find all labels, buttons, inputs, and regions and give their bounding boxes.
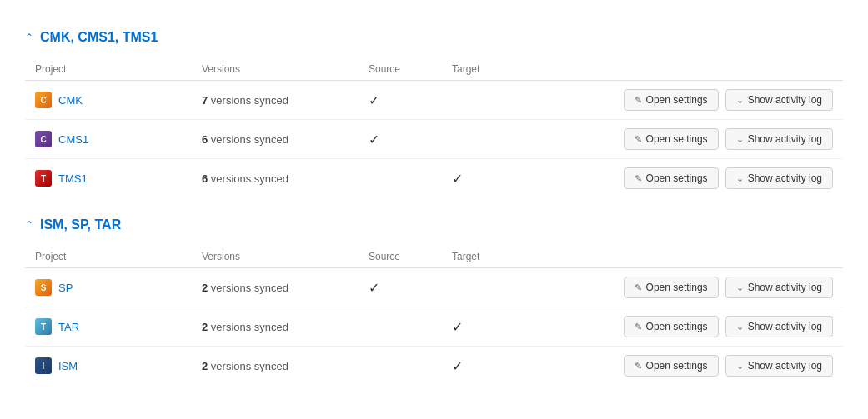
project-name-tms1[interactable]: TMS1: [58, 172, 88, 185]
actions-cell-sp: ✎Open settings⌄Show activity log: [535, 277, 833, 298]
versions-cell-tar: 2 versions synced: [202, 321, 369, 333]
project-cell-tar[interactable]: TTAR: [35, 318, 202, 335]
project-icon-sp: S: [35, 279, 52, 296]
table-group1: Project Versions Source Target CCMK7 ver…: [25, 58, 843, 197]
show-activity-log-button-sp[interactable]: ⌄Show activity log: [725, 277, 833, 298]
edit-icon: ✎: [635, 95, 642, 106]
table-row-tar: TTAR2 versions synced✓✎Open settings⌄Sho…: [25, 307, 843, 347]
edit-icon: ✎: [635, 173, 642, 184]
table-row-cmk: CCMK7 versions synced✓✎Open settings⌄Sho…: [25, 81, 843, 120]
actions-cell-cmk: ✎Open settings⌄Show activity log: [535, 89, 833, 111]
edit-icon: ✎: [635, 134, 642, 145]
show-activity-log-label: Show activity log: [748, 172, 822, 184]
show-activity-log-label: Show activity log: [748, 360, 822, 372]
show-activity-log-button-ism[interactable]: ⌄Show activity log: [725, 355, 833, 377]
versions-cell-cmk: 7 versions synced: [202, 94, 369, 107]
project-cell-ism[interactable]: IISM: [35, 357, 202, 374]
open-settings-label: Open settings: [646, 172, 708, 184]
target-cell-ism: ✓: [452, 358, 535, 374]
project-icon-tms1: T: [35, 170, 52, 187]
col-project: Project: [35, 63, 202, 75]
chevron-down-icon: ⌄: [736, 322, 744, 332]
project-name-cms1[interactable]: CMS1: [58, 133, 88, 146]
project-icon-ism: I: [35, 357, 52, 374]
project-cell-cmk[interactable]: CCMK: [35, 92, 202, 108]
open-settings-button-tms1[interactable]: ✎Open settings: [624, 167, 719, 189]
project-icon-cmk: C: [35, 92, 52, 108]
project-icon-tar: T: [35, 318, 52, 335]
open-settings-label: Open settings: [646, 321, 708, 332]
project-cell-sp[interactable]: SSP: [35, 279, 202, 296]
col-source: Source: [369, 63, 452, 75]
col-project: Project: [35, 251, 202, 262]
col-actions: [535, 63, 833, 75]
edit-icon: ✎: [635, 361, 642, 372]
col-versions: Versions: [202, 251, 369, 262]
group-header-group1[interactable]: ⌃ CMK, CMS1, TMS1: [25, 30, 843, 45]
group-title-group1: CMK, CMS1, TMS1: [40, 30, 158, 45]
group-header-group2[interactable]: ⌃ ISM, SP, TAR: [25, 217, 843, 232]
open-settings-label: Open settings: [646, 282, 708, 293]
actions-cell-ism: ✎Open settings⌄Show activity log: [535, 355, 833, 377]
open-settings-button-sp[interactable]: ✎Open settings: [624, 277, 719, 298]
col-target: Target: [452, 63, 535, 75]
table-group2: Project Versions Source Target SSP2 vers…: [25, 246, 843, 385]
actions-cell-tar: ✎Open settings⌄Show activity log: [535, 316, 833, 337]
chevron-down-icon: ⌄: [736, 282, 744, 293]
show-activity-log-label: Show activity log: [748, 321, 822, 332]
table-row-ism: IISM2 versions synced✓✎Open settings⌄Sho…: [25, 347, 843, 385]
group-title-group2: ISM, SP, TAR: [40, 217, 121, 232]
actions-cell-cms1: ✎Open settings⌄Show activity log: [535, 128, 833, 150]
show-activity-log-button-tms1[interactable]: ⌄Show activity log: [725, 167, 833, 189]
show-activity-log-label: Show activity log: [748, 282, 822, 293]
project-name-tar[interactable]: TAR: [58, 321, 79, 333]
source-cell-cms1: ✓: [369, 132, 452, 147]
table-header-group1: Project Versions Source Target: [25, 58, 843, 81]
col-versions: Versions: [202, 63, 369, 75]
source-cell-sp: ✓: [369, 280, 452, 296]
show-activity-log-label: Show activity log: [748, 94, 822, 106]
edit-icon: ✎: [635, 282, 642, 293]
show-activity-log-button-cmk[interactable]: ⌄Show activity log: [725, 89, 833, 111]
col-target: Target: [452, 251, 535, 262]
versions-cell-cms1: 6 versions synced: [202, 133, 369, 146]
source-cell-cmk: ✓: [369, 92, 452, 108]
open-settings-button-cms1[interactable]: ✎Open settings: [624, 128, 719, 150]
chevron-down-icon: ⌄: [736, 173, 744, 184]
chevron-icon-group2[interactable]: ⌃: [25, 219, 33, 231]
show-activity-log-button-cms1[interactable]: ⌄Show activity log: [725, 128, 833, 150]
chevron-down-icon: ⌄: [736, 361, 744, 372]
table-row-sp: SSP2 versions synced✓✎Open settings⌄Show…: [25, 268, 843, 307]
col-source: Source: [369, 251, 452, 262]
edit-icon: ✎: [635, 322, 642, 332]
project-name-sp[interactable]: SP: [58, 282, 73, 294]
open-settings-label: Open settings: [646, 133, 708, 145]
chevron-down-icon: ⌄: [736, 134, 744, 145]
versions-cell-ism: 2 versions synced: [202, 360, 369, 372]
versions-cell-tms1: 6 versions synced: [202, 172, 369, 185]
project-name-cmk[interactable]: CMK: [58, 94, 83, 107]
open-settings-label: Open settings: [646, 360, 708, 372]
open-settings-button-cmk[interactable]: ✎Open settings: [624, 89, 719, 111]
table-row-cms1: CCMS16 versions synced✓✎Open settings⌄Sh…: [25, 120, 843, 159]
target-cell-tar: ✓: [452, 319, 535, 335]
show-activity-log-button-tar[interactable]: ⌄Show activity log: [725, 316, 833, 337]
open-settings-button-ism[interactable]: ✎Open settings: [624, 355, 719, 377]
chevron-down-icon: ⌄: [736, 95, 744, 106]
actions-cell-tms1: ✎Open settings⌄Show activity log: [535, 167, 833, 189]
project-cell-cms1[interactable]: CCMS1: [35, 131, 202, 147]
project-icon-cms1: C: [35, 131, 52, 147]
show-activity-log-label: Show activity log: [748, 133, 822, 145]
col-actions: [535, 251, 833, 262]
project-cell-tms1[interactable]: TTMS1: [35, 170, 202, 187]
project-name-ism[interactable]: ISM: [58, 360, 78, 372]
table-header-group2: Project Versions Source Target: [25, 246, 843, 268]
target-cell-tms1: ✓: [452, 171, 535, 187]
chevron-icon-group1[interactable]: ⌃: [25, 32, 33, 43]
versions-cell-sp: 2 versions synced: [202, 282, 369, 294]
table-row-tms1: TTMS16 versions synced✓✎Open settings⌄Sh…: [25, 159, 843, 197]
open-settings-button-tar[interactable]: ✎Open settings: [624, 316, 719, 337]
open-settings-label: Open settings: [646, 94, 708, 106]
